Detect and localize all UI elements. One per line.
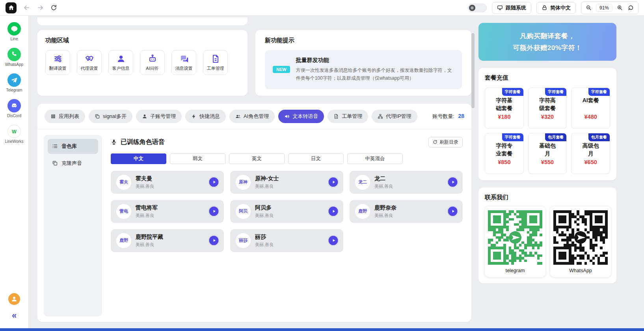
play-button[interactable] — [447, 177, 458, 187]
back-button[interactable] — [23, 4, 30, 11]
app-label: LineWorks — [5, 139, 23, 144]
main-tab[interactable]: 快捷消息 — [185, 110, 226, 123]
function-label: 代理设置 — [81, 65, 98, 71]
language-tab[interactable]: 英文 — [229, 153, 285, 164]
package-card[interactable]: 字符套餐 AI套餐 ¥480 — [571, 88, 610, 129]
subnav-item[interactable]: 音色库 — [48, 139, 98, 154]
toggle-knob — [469, 5, 475, 11]
sidebar-app-item[interactable]: Line — [5, 22, 23, 41]
main-tab[interactable]: 子账号管理 — [136, 110, 182, 123]
voice-name: 霍夫曼 — [136, 175, 204, 182]
function-label: 客户信息 — [112, 65, 130, 71]
play-icon — [331, 238, 336, 243]
play-button[interactable] — [208, 235, 219, 246]
promo-line1: 凡购买翻译套餐， — [520, 32, 575, 41]
language-button[interactable]: 简体中文 — [536, 2, 576, 14]
voice-panel-title: 已训练角色语音 — [111, 138, 165, 146]
function-icon — [116, 54, 126, 64]
play-icon — [212, 238, 217, 243]
follow-system-button[interactable]: 跟随系统 — [492, 2, 531, 14]
main-tab[interactable]: 文本转语音 — [278, 110, 324, 123]
voice-content: 已训练角色语音 刷新目录 中文 — [108, 135, 465, 316]
tab-label: 应用列表 — [59, 113, 79, 120]
main-tab[interactable]: 工单管理 — [328, 110, 368, 123]
play-icon — [212, 209, 217, 214]
package-card[interactable]: 字符套餐 字符高级套餐 ¥320 — [528, 88, 567, 129]
package-card[interactable]: 包月套餐 基础包月 ¥550 — [528, 133, 567, 174]
function-icon — [179, 54, 189, 64]
account-count-label: 账号数量: — [432, 113, 454, 119]
language-tab[interactable]: 韩文 — [170, 153, 225, 164]
zoom-in-icon — [617, 5, 623, 11]
language-tab[interactable]: 中文 — [111, 153, 166, 164]
main-tab[interactable]: AI角色管理 — [229, 110, 275, 123]
monitor-icon — [497, 5, 503, 11]
function-button[interactable]: 客户信息 — [108, 50, 133, 75]
reset-icon — [628, 5, 634, 11]
feature-box: NEW 批量群发功能 方便一次性发送多条消息给多个账号的多个好友，按发送数量扣除… — [265, 50, 462, 89]
refresh-page-button[interactable] — [50, 4, 57, 11]
scrollbar-thumb[interactable] — [471, 33, 475, 108]
function-button[interactable]: 工单管理 — [203, 50, 228, 75]
function-button[interactable]: 消息设置 — [171, 50, 196, 75]
zoom-out-button[interactable] — [584, 3, 594, 13]
theme-toggle[interactable] — [468, 4, 487, 12]
language-tab[interactable]: 中英混合 — [347, 153, 403, 164]
play-button[interactable] — [328, 177, 339, 187]
forward-button[interactable] — [37, 4, 44, 11]
voice-name: 原神-女士 — [255, 175, 324, 182]
voice-avatar: 阿贝 — [236, 204, 251, 219]
zoom-reset-button[interactable] — [625, 3, 636, 13]
play-button[interactable] — [328, 206, 339, 217]
voice-card[interactable]: 阿贝 阿贝多 美丽,善良 — [230, 200, 343, 223]
main-tab[interactable]: 代理IP管理 — [372, 110, 417, 123]
tab-label: 子账号管理 — [150, 113, 176, 120]
tab-label: 文本转语音 — [292, 113, 318, 120]
voice-card[interactable]: 鹿野 鹿野奈奈 美丽,善良 — [350, 200, 463, 223]
main-tab[interactable]: signal多开 — [89, 110, 132, 123]
voice-card[interactable]: 雷电 雷电将军 美丽,善良 — [111, 200, 224, 223]
function-button[interactable]: 代理设置 — [77, 50, 102, 75]
sidebar-app-item[interactable]: DisCord — [5, 99, 23, 118]
play-button[interactable] — [208, 177, 219, 187]
play-button[interactable] — [208, 206, 219, 217]
play-button[interactable] — [328, 235, 339, 246]
package-card[interactable]: 字符套餐 字符专业套餐 ¥850 — [485, 133, 524, 174]
function-button[interactable]: AI问答 — [140, 50, 165, 75]
user-avatar[interactable] — [8, 293, 20, 305]
main-tab-bar: 应用列表 signal多开 子账号管理 — [37, 104, 471, 129]
qr-code — [553, 210, 608, 265]
play-button[interactable] — [447, 206, 458, 217]
qr-code — [488, 210, 542, 265]
sidebar-app-item[interactable]: Telegram — [5, 73, 23, 92]
sidebar-app-item[interactable]: WhatsApp — [5, 48, 23, 67]
voice-card[interactable]: 龙二 龙二 美丽,善良 — [350, 171, 463, 194]
home-button[interactable] — [6, 2, 17, 13]
promo-line2: 可额外获赠20%字符！ — [513, 43, 582, 52]
function-button[interactable]: 翻译设置 — [45, 50, 70, 75]
sidebar-app-item[interactable]: W LineWorks — [5, 125, 23, 144]
refresh-directory-button[interactable]: 刷新目录 — [428, 137, 463, 148]
voice-card[interactable]: 原神 原神-女士 美丽,善良 — [230, 171, 343, 194]
play-icon — [450, 180, 456, 185]
app-icon: W — [7, 125, 21, 138]
language-label: 简体中文 — [550, 4, 571, 11]
play-icon — [450, 209, 456, 214]
lock-icon — [542, 5, 547, 11]
voice-card[interactable]: 鹿野 鹿野院平藏 美丽,善良 — [111, 229, 224, 252]
app-label: Telegram — [6, 88, 22, 92]
app-icon — [7, 48, 21, 61]
package-badge: 字符套餐 — [545, 88, 566, 96]
voice-card[interactable]: 丽莎 丽莎 美丽,善良 — [230, 229, 343, 252]
package-name: 基础包月 — [529, 142, 567, 158]
collapse-sidebar-button[interactable]: « — [12, 311, 17, 320]
play-icon — [331, 209, 336, 214]
voice-card[interactable]: 霍夫 霍夫曼 美丽,善良 — [111, 171, 224, 194]
package-card[interactable]: 字符套餐 字符基础套餐 ¥180 — [485, 88, 524, 129]
workspace-card: 应用列表 signal多开 子账号管理 — [37, 104, 471, 322]
zoom-in-button[interactable] — [614, 3, 625, 13]
package-card[interactable]: 包月套餐 高级包月 ¥650 — [571, 133, 610, 174]
main-tab[interactable]: 应用列表 — [45, 110, 85, 123]
subnav-item[interactable]: 克隆声音 — [48, 156, 98, 171]
language-tab[interactable]: 日文 — [288, 153, 344, 164]
